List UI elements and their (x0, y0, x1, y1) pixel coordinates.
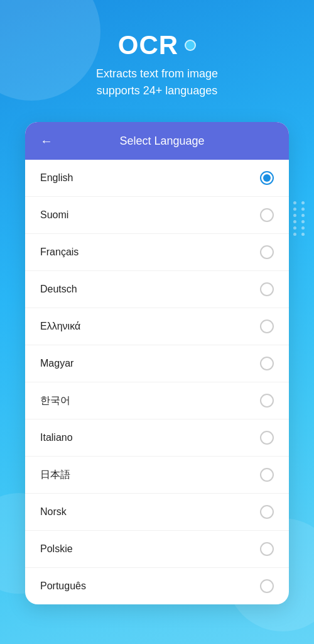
radio-button[interactable] (260, 282, 274, 296)
language-name: Italiano (40, 432, 73, 443)
radio-inner-dot (263, 174, 271, 182)
accent-dot (185, 40, 196, 51)
language-item[interactable]: Ελληνικά (25, 308, 289, 345)
radio-button[interactable] (260, 505, 274, 519)
language-name: 한국어 (40, 394, 70, 408)
language-name: Português (40, 580, 86, 592)
language-name: Français (40, 247, 78, 258)
radio-button[interactable] (260, 245, 274, 259)
radio-button[interactable] (260, 394, 274, 408)
language-name: Polskie (40, 543, 73, 555)
language-list: EnglishSuomiFrançaisDeutschΕλληνικάMagya… (25, 160, 289, 604)
back-button[interactable]: ← (38, 132, 55, 150)
language-item[interactable]: Deutsch (25, 271, 289, 308)
language-item[interactable]: Magyar (25, 345, 289, 382)
radio-button[interactable] (260, 579, 274, 593)
language-name: English (40, 172, 73, 184)
app-header: OCR Extracts text from image supports 24… (96, 0, 218, 109)
language-item[interactable]: English (25, 160, 289, 197)
language-name: Deutsch (40, 284, 77, 295)
radio-button[interactable] (260, 208, 274, 222)
radio-button[interactable] (260, 431, 274, 445)
language-item[interactable]: Português (25, 568, 289, 604)
radio-button[interactable] (260, 542, 274, 556)
app-title: OCR (118, 30, 178, 60)
radio-button[interactable] (260, 468, 274, 482)
app-subtitle: Extracts text from image supports 24+ la… (96, 65, 218, 99)
language-name: Ελληνικά (40, 321, 80, 332)
language-name: Magyar (40, 358, 73, 369)
radio-button[interactable] (260, 171, 274, 185)
language-name: Norsk (40, 506, 67, 518)
language-item[interactable]: Suomi (25, 197, 289, 234)
language-item[interactable]: 한국어 (25, 382, 289, 419)
language-name: Suomi (40, 209, 68, 221)
language-item[interactable]: Polskie (25, 531, 289, 568)
language-selection-card: ← Select Language EnglishSuomiFrançaisDe… (25, 122, 289, 604)
language-item[interactable]: Norsk (25, 494, 289, 531)
bg-decoration-tl (0, 0, 100, 101)
language-item[interactable]: Français (25, 234, 289, 271)
language-item[interactable]: Italiano (25, 419, 289, 457)
card-title: Select Language (65, 135, 259, 148)
card-header: ← Select Language (25, 122, 289, 160)
radio-button[interactable] (260, 357, 274, 370)
radio-button[interactable] (260, 319, 274, 333)
language-name: 日本語 (40, 469, 70, 482)
language-item[interactable]: 日本語 (25, 457, 289, 494)
